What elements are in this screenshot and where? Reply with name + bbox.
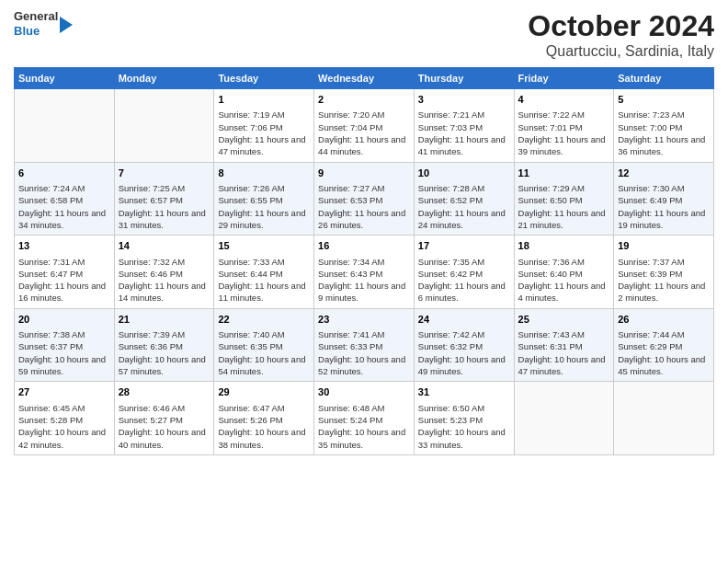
- cell-info: Sunrise: 7:28 AMSunset: 6:52 PMDaylight:…: [418, 182, 510, 231]
- cell-info: Sunrise: 7:21 AMSunset: 7:03 PMDaylight:…: [418, 109, 510, 157]
- day-number: 8: [218, 167, 310, 180]
- page-header: General Blue October 2024 Quartucciu, Sa…: [14, 9, 714, 60]
- cell-info: Sunrise: 7:43 AMSunset: 6:31 PMDaylight:…: [518, 328, 610, 377]
- calendar-week-1: 1Sunrise: 7:19 AMSunset: 7:06 PMDaylight…: [15, 89, 714, 163]
- day-number: 10: [418, 167, 510, 180]
- calendar-cell: 15Sunrise: 7:33 AMSunset: 6:44 PMDayligh…: [214, 236, 314, 309]
- cell-info: Sunrise: 6:48 AMSunset: 5:24 PMDaylight:…: [318, 402, 410, 451]
- day-number: 20: [18, 313, 110, 327]
- day-number: 16: [318, 239, 410, 253]
- cell-info: Sunrise: 7:22 AMSunset: 7:01 PMDaylight:…: [518, 109, 610, 157]
- calendar-cell: 16Sunrise: 7:34 AMSunset: 6:43 PMDayligh…: [314, 236, 415, 309]
- page-subtitle: Quartucciu, Sardinia, Italy: [528, 43, 714, 60]
- column-header-tuesday: Tuesday: [214, 68, 314, 89]
- cell-info: Sunrise: 7:32 AMSunset: 6:46 PMDaylight:…: [119, 256, 210, 304]
- column-header-saturday: Saturday: [614, 68, 714, 89]
- day-number: 5: [618, 93, 710, 107]
- column-header-wednesday: Wednesday: [314, 68, 415, 89]
- day-number: 19: [618, 239, 710, 253]
- cell-info: Sunrise: 7:20 AMSunset: 7:04 PMDaylight:…: [318, 109, 410, 157]
- calendar-cell: 10Sunrise: 7:28 AMSunset: 6:52 PMDayligh…: [414, 162, 514, 236]
- calendar-table: SundayMondayTuesdayWednesdayThursdayFrid…: [14, 67, 714, 455]
- cell-info: Sunrise: 7:30 AMSunset: 6:49 PMDaylight:…: [618, 182, 710, 231]
- day-number: 17: [418, 239, 510, 253]
- calendar-week-5: 27Sunrise: 6:45 AMSunset: 5:28 PMDayligh…: [15, 382, 714, 455]
- day-number: 3: [418, 93, 510, 107]
- calendar-cell: [514, 382, 614, 455]
- day-number: 26: [618, 313, 710, 327]
- calendar-cell: 17Sunrise: 7:35 AMSunset: 6:42 PMDayligh…: [414, 236, 514, 309]
- calendar-header: SundayMondayTuesdayWednesdayThursdayFrid…: [15, 68, 714, 89]
- calendar-cell: [614, 382, 714, 455]
- column-header-sunday: Sunday: [15, 68, 115, 89]
- cell-info: Sunrise: 7:29 AMSunset: 6:50 PMDaylight:…: [518, 182, 610, 231]
- cell-info: Sunrise: 7:41 AMSunset: 6:33 PMDaylight:…: [318, 328, 410, 377]
- day-number: 15: [218, 239, 310, 253]
- day-number: 6: [18, 167, 110, 180]
- calendar-cell: 11Sunrise: 7:29 AMSunset: 6:50 PMDayligh…: [514, 162, 614, 236]
- cell-info: Sunrise: 7:31 AMSunset: 6:47 PMDaylight:…: [18, 256, 110, 304]
- cell-info: Sunrise: 7:38 AMSunset: 6:37 PMDaylight:…: [18, 328, 110, 377]
- cell-info: Sunrise: 6:46 AMSunset: 5:27 PMDaylight:…: [119, 402, 210, 451]
- cell-info: Sunrise: 6:47 AMSunset: 5:26 PMDaylight:…: [218, 402, 310, 451]
- calendar-week-4: 20Sunrise: 7:38 AMSunset: 6:37 PMDayligh…: [15, 308, 714, 382]
- day-number: 14: [119, 239, 210, 253]
- cell-info: Sunrise: 6:45 AMSunset: 5:28 PMDaylight:…: [18, 402, 110, 451]
- calendar-cell: 25Sunrise: 7:43 AMSunset: 6:31 PMDayligh…: [514, 308, 614, 382]
- calendar-body: 1Sunrise: 7:19 AMSunset: 7:06 PMDaylight…: [15, 89, 714, 455]
- column-header-thursday: Thursday: [414, 68, 514, 89]
- logo-blue: Blue: [14, 24, 40, 38]
- calendar-cell: 14Sunrise: 7:32 AMSunset: 6:46 PMDayligh…: [114, 236, 214, 309]
- day-number: 1: [218, 93, 310, 107]
- page-title: October 2024: [528, 9, 714, 43]
- calendar-cell: 5Sunrise: 7:23 AMSunset: 7:00 PMDaylight…: [614, 89, 714, 163]
- calendar-cell: 24Sunrise: 7:42 AMSunset: 6:32 PMDayligh…: [414, 308, 514, 382]
- calendar-cell: 13Sunrise: 7:31 AMSunset: 6:47 PMDayligh…: [15, 236, 115, 309]
- calendar-cell: 26Sunrise: 7:44 AMSunset: 6:29 PMDayligh…: [614, 308, 714, 382]
- calendar-cell: 8Sunrise: 7:26 AMSunset: 6:55 PMDaylight…: [214, 162, 314, 236]
- day-number: 2: [318, 93, 410, 107]
- calendar-cell: 6Sunrise: 7:24 AMSunset: 6:58 PMDaylight…: [15, 162, 115, 236]
- cell-info: Sunrise: 7:36 AMSunset: 6:40 PMDaylight:…: [518, 256, 610, 304]
- header-row: SundayMondayTuesdayWednesdayThursdayFrid…: [15, 68, 714, 89]
- calendar-cell: 30Sunrise: 6:48 AMSunset: 5:24 PMDayligh…: [314, 382, 415, 455]
- day-number: 27: [18, 385, 110, 399]
- column-header-friday: Friday: [514, 68, 614, 89]
- day-number: 21: [119, 313, 210, 327]
- day-number: 12: [618, 167, 710, 180]
- day-number: 13: [18, 239, 110, 253]
- calendar-cell: [114, 89, 214, 163]
- calendar-cell: 12Sunrise: 7:30 AMSunset: 6:49 PMDayligh…: [614, 162, 714, 236]
- calendar-cell: 7Sunrise: 7:25 AMSunset: 6:57 PMDaylight…: [114, 162, 214, 236]
- calendar-cell: 3Sunrise: 7:21 AMSunset: 7:03 PMDaylight…: [414, 89, 514, 163]
- logo: General Blue: [14, 9, 73, 38]
- calendar-cell: 31Sunrise: 6:50 AMSunset: 5:23 PMDayligh…: [414, 382, 514, 455]
- calendar-cell: 23Sunrise: 7:41 AMSunset: 6:33 PMDayligh…: [314, 308, 415, 382]
- cell-info: Sunrise: 7:27 AMSunset: 6:53 PMDaylight:…: [318, 182, 410, 231]
- calendar-cell: 19Sunrise: 7:37 AMSunset: 6:39 PMDayligh…: [614, 236, 714, 309]
- calendar-cell: 18Sunrise: 7:36 AMSunset: 6:40 PMDayligh…: [514, 236, 614, 309]
- cell-info: Sunrise: 7:24 AMSunset: 6:58 PMDaylight:…: [18, 182, 110, 231]
- cell-info: Sunrise: 7:34 AMSunset: 6:43 PMDaylight:…: [318, 256, 410, 304]
- day-number: 7: [119, 167, 210, 180]
- calendar-cell: 21Sunrise: 7:39 AMSunset: 6:36 PMDayligh…: [114, 308, 214, 382]
- calendar-cell: 28Sunrise: 6:46 AMSunset: 5:27 PMDayligh…: [114, 382, 214, 455]
- day-number: 22: [218, 313, 310, 327]
- day-number: 9: [318, 167, 410, 180]
- cell-info: Sunrise: 7:37 AMSunset: 6:39 PMDaylight:…: [618, 256, 710, 304]
- day-number: 11: [518, 167, 610, 180]
- cell-info: Sunrise: 7:23 AMSunset: 7:00 PMDaylight:…: [618, 109, 710, 157]
- day-number: 24: [418, 313, 510, 327]
- calendar-cell: 27Sunrise: 6:45 AMSunset: 5:28 PMDayligh…: [15, 382, 115, 455]
- day-number: 29: [218, 385, 310, 399]
- calendar-cell: 1Sunrise: 7:19 AMSunset: 7:06 PMDaylight…: [214, 89, 314, 163]
- cell-info: Sunrise: 6:50 AMSunset: 5:23 PMDaylight:…: [418, 402, 510, 451]
- cell-info: Sunrise: 7:35 AMSunset: 6:42 PMDaylight:…: [418, 256, 510, 304]
- calendar-week-3: 13Sunrise: 7:31 AMSunset: 6:47 PMDayligh…: [15, 236, 714, 309]
- day-number: 28: [119, 385, 210, 399]
- cell-info: Sunrise: 7:42 AMSunset: 6:32 PMDaylight:…: [418, 328, 510, 377]
- calendar-cell: 4Sunrise: 7:22 AMSunset: 7:01 PMDaylight…: [514, 89, 614, 163]
- calendar-cell: 22Sunrise: 7:40 AMSunset: 6:35 PMDayligh…: [214, 308, 314, 382]
- logo-arrow-icon: [60, 17, 73, 33]
- column-header-monday: Monday: [114, 68, 214, 89]
